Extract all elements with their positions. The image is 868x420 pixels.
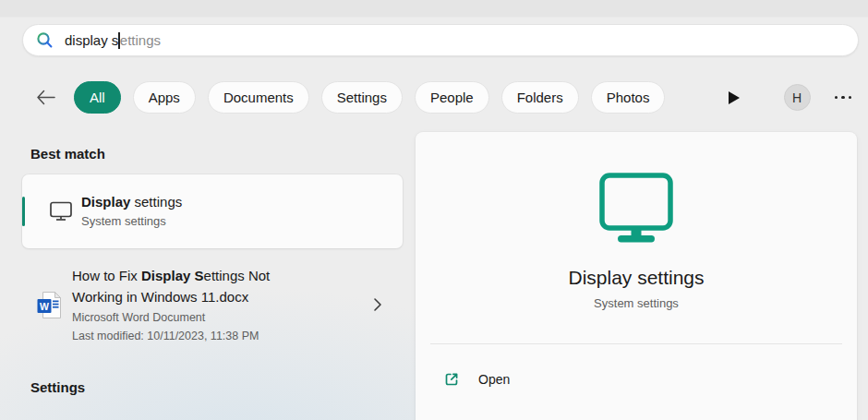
chevron-right-icon[interactable] xyxy=(373,297,382,312)
section-best-match: Best match xyxy=(22,146,403,162)
results-panel: Best match Display settings System setti… xyxy=(22,132,403,395)
play-button[interactable] xyxy=(725,89,743,107)
search-icon xyxy=(36,31,54,49)
back-button[interactable] xyxy=(35,88,55,108)
preview-title: Display settings xyxy=(568,267,704,289)
divider xyxy=(430,343,842,344)
preview-subtitle: System settings xyxy=(594,296,679,310)
external-link-icon xyxy=(443,371,460,388)
display-settings-icon xyxy=(596,173,677,244)
search-input[interactable]: display settings xyxy=(22,24,859,56)
more-options-button[interactable] xyxy=(833,90,854,105)
filter-row: All Apps Documents Settings People Folde… xyxy=(22,81,853,114)
avatar-initial: H xyxy=(792,90,802,105)
filter-settings[interactable]: Settings xyxy=(321,81,403,114)
open-button[interactable]: Open xyxy=(416,363,857,396)
document-title: How to Fix Display Settings Not Working … xyxy=(72,265,305,307)
document-modified: Last modified: 10/11/2023, 11:38 PM xyxy=(72,329,305,344)
filter-folders[interactable]: Folders xyxy=(501,81,579,114)
best-match-subtitle: System settings xyxy=(81,213,182,230)
filter-photos[interactable]: Photos xyxy=(591,81,666,114)
avatar[interactable]: H xyxy=(784,84,811,111)
document-item[interactable]: W How to Fix Display Settings Not Workin… xyxy=(22,265,403,344)
monitor-icon xyxy=(50,201,72,222)
best-match-item[interactable]: Display settings System settings xyxy=(22,174,403,248)
word-doc-icon: W xyxy=(37,291,62,319)
svg-text:W: W xyxy=(40,300,49,311)
preview-panel: Display settings System settings Open xyxy=(416,132,857,420)
filter-apps[interactable]: Apps xyxy=(133,81,196,114)
filter-people[interactable]: People xyxy=(415,81,489,114)
search-typed-text: display s xyxy=(65,32,118,48)
best-match-title: Display settings xyxy=(81,193,182,211)
filter-documents[interactable]: Documents xyxy=(208,81,309,114)
selection-accent-bar xyxy=(22,197,25,226)
open-label: Open xyxy=(478,372,510,387)
search-suggestion-text: ettings xyxy=(120,32,161,48)
back-arrow-icon xyxy=(36,90,55,105)
ellipsis-icon xyxy=(835,96,838,100)
document-type: Microsoft Word Document xyxy=(72,310,305,326)
play-icon xyxy=(729,91,740,104)
filter-all[interactable]: All xyxy=(74,81,121,114)
section-settings: Settings xyxy=(22,379,403,395)
